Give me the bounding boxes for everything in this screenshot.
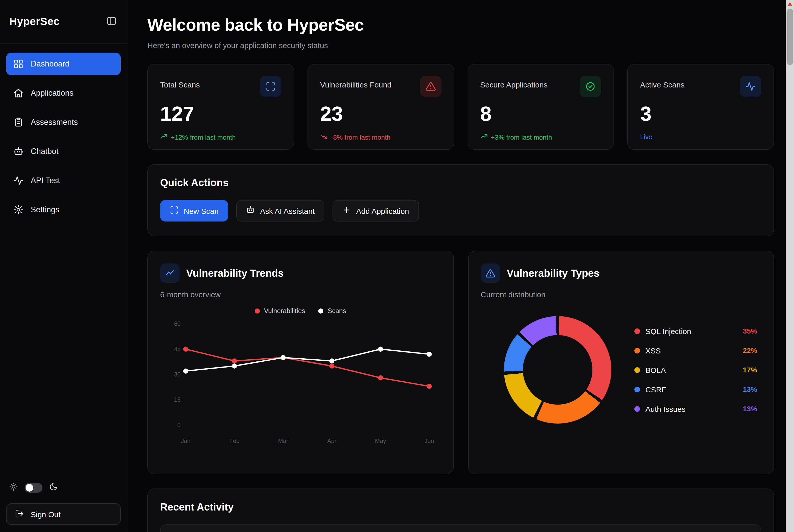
home-icon (13, 88, 23, 98)
stat-card-active-scans: Active Scans 3 Live (627, 64, 774, 150)
trending-down-icon (320, 133, 327, 142)
sidebar-item-label: Chatbot (31, 147, 59, 156)
theme-toggle[interactable] (24, 483, 42, 493)
sidebar-item-chatbot[interactable]: Chatbot (6, 140, 121, 163)
stat-card-total-scans: Total Scans 127 +12% from last month (147, 64, 294, 150)
stat-value: 8 (480, 102, 601, 125)
trending-up-icon (480, 133, 487, 142)
sign-out-label: Sign Out (31, 510, 61, 518)
alert-triangle-icon (420, 76, 441, 97)
svg-text:30: 30 (174, 371, 181, 378)
stat-card-secure-applications: Secure Applications 8 +3% from last mont… (467, 64, 614, 150)
check-circle-icon (580, 76, 601, 97)
types-legend-row: BOLA 17% (634, 365, 757, 374)
plus-icon (342, 206, 351, 216)
sidebar-item-label: API Test (31, 176, 60, 185)
add-application-button[interactable]: Add Application (333, 200, 419, 222)
scrollbar-thumb[interactable] (787, 9, 793, 65)
legend-label: BOLA (645, 365, 666, 374)
types-legend-row: XSS 22% (634, 346, 757, 355)
vulnerability-types-card: Vulnerability Types Current distribution… (468, 251, 774, 474)
types-legend-row: Auth Issues 13% (634, 404, 757, 413)
stat-label: Total Scans (160, 76, 200, 89)
bot-icon (246, 206, 255, 216)
stat-label: Active Scans (640, 76, 684, 89)
activity-icon (740, 76, 761, 97)
vulnerability-trends-card: Vulnerability Trends 6-month overview Vu… (147, 251, 454, 474)
stat-value: 23 (320, 102, 441, 125)
svg-text:Jan: Jan (181, 438, 191, 444)
line-chart-icon (160, 263, 179, 283)
new-scan-button[interactable]: New Scan (160, 200, 228, 222)
stat-label: Vulnerabilities Found (320, 76, 392, 89)
legend-value: 35% (743, 327, 757, 335)
scrollbar[interactable] (786, 0, 794, 532)
charts-row: Vulnerability Trends 6-month overview Vu… (147, 251, 774, 474)
stat-delta: +12% from last month (160, 133, 281, 142)
stat-delta: Live (640, 133, 761, 141)
main-content: Welcome back to HyperSec Here's an overv… (127, 0, 794, 532)
quick-actions-title: Quick Actions (160, 177, 761, 189)
stat-value: 3 (640, 102, 761, 125)
clipboard-icon (13, 117, 23, 127)
trend-line-chart: 015304560JanFebMarAprMayJun (163, 317, 439, 445)
ask-ai-assistant-button[interactable]: Ask AI Assistant (237, 200, 324, 222)
legend-dot (634, 347, 640, 353)
stat-card-vulnerabilities-found: Vulnerabilities Found 23 -8% from last m… (307, 64, 454, 150)
legend-dot (634, 367, 640, 373)
svg-text:Feb: Feb (229, 438, 240, 444)
sidebar-nav: Dashboard Applications Assessments Chatb… (0, 43, 127, 230)
sign-out-button[interactable]: Sign Out (6, 504, 121, 525)
quick-actions-buttons: New Scan Ask AI Assistant Add Applicatio… (160, 200, 761, 222)
types-legend-row: SQL Injection 35% (634, 327, 757, 335)
sidebar-item-api-test[interactable]: API Test (6, 169, 121, 192)
sidebar-item-label: Settings (31, 205, 59, 214)
sidebar-footer: Sign Out (0, 477, 127, 532)
stat-value: 127 (160, 102, 281, 125)
sidebar-item-label: Assessments (31, 118, 78, 127)
activity-item: Vulnerability scan completed (160, 524, 761, 532)
legend-value: 13% (743, 405, 757, 413)
panel-left-icon (107, 16, 117, 27)
alert-triangle-icon (481, 263, 500, 283)
sidebar-item-applications[interactable]: Applications (6, 82, 121, 104)
quick-actions-card: Quick Actions New Scan Ask AI Assistant (147, 164, 774, 236)
log-out-icon (15, 509, 24, 519)
recent-activity-title: Recent Activity (160, 501, 761, 513)
legend-item: Vulnerabilities (255, 307, 305, 315)
app-logo: HyperSec (9, 15, 60, 27)
legend-dot (634, 406, 640, 412)
sidebar-collapse-button[interactable] (106, 15, 118, 28)
trend-legend: Vulnerabilities Scans (160, 307, 441, 315)
chart-title: Vulnerability Trends (186, 267, 284, 279)
activity-icon (13, 175, 23, 186)
sidebar-item-assessments[interactable]: Assessments (6, 111, 121, 134)
gear-icon (13, 205, 23, 215)
theme-switch-row (6, 477, 121, 498)
sidebar-item-dashboard[interactable]: Dashboard (6, 53, 121, 75)
stat-delta: +3% from last month (480, 133, 601, 142)
chart-subtitle: Current distribution (481, 290, 761, 299)
donut-wrap (481, 316, 634, 423)
legend-value: 22% (743, 346, 757, 355)
scan-icon (170, 206, 178, 216)
trending-up-icon (160, 133, 167, 142)
stats-row: Total Scans 127 +12% from last month Vul… (147, 64, 774, 150)
svg-text:Jun: Jun (424, 438, 434, 444)
svg-text:45: 45 (174, 346, 181, 353)
legend-item: Scans (319, 307, 346, 315)
grid-icon (13, 59, 23, 69)
svg-text:Mar: Mar (278, 438, 288, 444)
hypersec-dashboard: HyperSec Dashboard Applications (0, 0, 794, 532)
svg-text:60: 60 (174, 321, 181, 327)
stat-label: Secure Applications (480, 76, 548, 89)
legend-label: Auth Issues (645, 404, 685, 413)
sidebar-header: HyperSec (0, 0, 127, 43)
page-title: Welcome back to HyperSec (147, 15, 774, 35)
sidebar-item-settings[interactable]: Settings (6, 198, 121, 221)
legend-label: CSRF (645, 385, 666, 394)
scroll-up-arrow-icon[interactable] (787, 2, 792, 6)
page-subtitle: Here's an overview of your application s… (147, 41, 774, 50)
sidebar-item-label: Applications (31, 89, 73, 98)
legend-value: 17% (743, 366, 757, 374)
